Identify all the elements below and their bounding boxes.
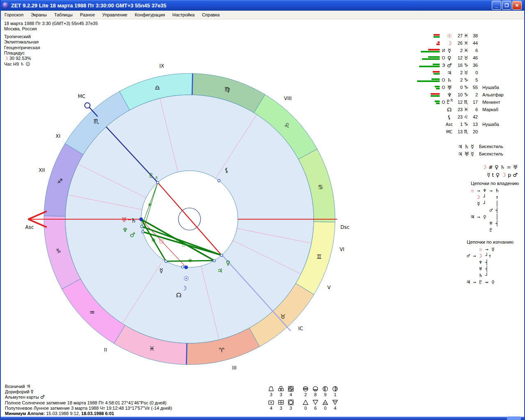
house-cusp-line [216,114,257,178]
planet-table-row: MC13♏20 [420,128,523,135]
degrees-value: 23 [454,107,463,112]
degrees-value: 2 [454,48,463,53]
mc-pointer-icon [85,103,90,108]
solar-eclipse-line: Полное Солнечное затмение 18 марта 1988 … [5,400,172,406]
stat-column: 33 [276,385,285,412]
app-window: ZET 9.2.29 Lite 18 марта 1988 Пт 3:30:00… [0,0,525,420]
aspect-symbol: △ [182,242,186,247]
fixed-star-name: Менкент [482,100,500,105]
house-cusp-line [237,228,311,243]
stat-value: 3 [280,405,282,412]
window-title: ZET 9.2.29 Lite 18 марта 1988 Пт 3:30:00… [11,2,167,9]
zodiac-segment-taurus [249,283,314,347]
planet-hour-line: Час Н9 ♄ ☺ [4,62,98,67]
chain-row: ♄ ┘ [467,272,514,279]
dsc-label: Dsc [340,224,349,230]
moon-day-line: ☽ 30 92.53% [4,56,98,61]
planet-marker-mars [142,231,144,233]
minutes-value: 6 [470,107,478,112]
taskbar-button[interactable] [507,416,521,420]
stat-value: 4 [290,392,292,399]
planet-table-row: ☊23♓6Маркаб [420,106,523,113]
minutes-value: 36 [470,63,478,68]
chain-row: ♅ ┤ [471,220,519,227]
stat-value: 4 [270,405,272,412]
degrees-value: 0 [454,85,463,90]
planet-mercury-glyph: ☿ [159,267,163,274]
smiley-icon: ☺ [25,62,30,67]
close-button[interactable]: ✕ [512,1,522,10]
minutes-value: 2 [470,92,478,97]
planet-glyph: ☿ [445,48,454,54]
zodiac-segment-capricorn [44,216,80,289]
menu-item-Управление[interactable]: Управление [98,11,131,18]
degrees-value: 27 [454,33,463,38]
sign-glyph-aquarius: ♒ [89,309,95,316]
sign-glyph: ♌ [463,114,470,120]
planet-table-row: ☉27♓38 [420,32,523,39]
minutes-value: 17 [470,100,478,105]
degrees-value: 23 [454,114,463,119]
planet-pluto-glyph: ♇ [148,172,153,179]
menu-item-Разное[interactable]: Разное [76,11,98,18]
chart-summary-block: Возничий ♃Дорифорий ☿Альмутен карты ♂Пол… [5,384,172,416]
planet-uranus-glyph: ♅ [121,216,127,224]
aspect-symbol: △ [173,236,177,242]
aspect-notes: ☽ # ♀ ♄ = ♅☿ t ♀ ☽ p ♂ [452,163,518,179]
planet-glyph: ♆ [445,92,454,98]
menu-item-Конфигурация[interactable]: Конфигурация [131,11,169,18]
minutes-value: 42 [470,114,478,119]
sign-glyph-pisces: ♓ [149,345,154,352]
degrees-value: 1 [454,122,463,127]
menu-item-Гороскоп[interactable]: Гороскоп [1,11,27,18]
chains-ownership: Цепочки по владению☉ → ♆ → ♄ ☽ ┘ ↑ ☿ ┘ │… [471,181,519,233]
house-cusp-line [233,240,301,274]
planet-moon-glyph: ☽ [181,285,187,292]
aspect-symbol: ∗ [147,201,152,208]
minimize-button[interactable]: _ [492,1,501,10]
planet-table-row: Asc1♑13Нушаба [420,121,523,128]
degrees-value: 10 [454,92,463,97]
setting-line: Геоцентрическая [4,45,98,50]
menu-item-Экраны[interactable]: Экраны [27,11,50,18]
stat-value: 3 [270,392,272,399]
menu-item-Настройка[interactable]: Настройка [169,11,198,18]
maximize-button[interactable]: ❐ [502,1,511,10]
planet-table-row: ♃2♉0 [420,69,523,76]
Альмутен карты-glyph: ♂ [40,395,46,400]
minutes-value: 55 [470,85,478,90]
planet-table-row: ♆10♑2Альатфар [420,91,523,98]
planet-glyph: MC [445,130,454,134]
planet-marker-neptune [140,225,143,228]
diamond-outline-icon [288,399,294,405]
planet-glyph: ♅ [445,84,454,91]
trapezoid-icon [268,386,274,392]
house-label-XII: XII [39,167,45,173]
minutes-value: 5 [470,78,478,82]
planet-marker-mercury [165,260,167,262]
aspect-saturn-mercury [141,219,166,262]
saturn-icon: ♄ [20,62,24,67]
planet-glyph: ☊ [445,107,454,113]
menu-item-Справка[interactable]: Справка [198,11,223,18]
chain-row: ♇ [471,227,519,233]
sign-glyph: ♓ [463,40,470,46]
planet-table-row: Э♂16♑36 [420,62,523,69]
aspect-pluto-venus [158,183,221,255]
sign-glyph: ♑ [463,77,470,83]
fixed-star-name: Альатфар [482,92,504,97]
menu-item-Таблицы[interactable]: Таблицы [50,11,76,18]
setting-line: Эклиптикальная [4,39,98,45]
houses-area [65,95,314,343]
minutes-value: 0 [470,70,478,75]
dignity-letter: О [440,85,445,90]
stat-value: 3 [290,405,292,412]
degrees-value: 16 [454,63,463,68]
sign-glyph: ♓ [463,48,470,53]
planet-positions-table: ☉27♓38☽26♓44И☿2♓6О♀12♉46Э♂16♑36♃2♉0О♄2♑5… [420,32,523,135]
center-circle [178,208,201,230]
planet-table-row: О♀12♉46 [420,54,523,62]
dignity-bars [420,78,440,82]
planet-marker-solid [185,266,188,269]
dignity-bars [420,93,440,97]
